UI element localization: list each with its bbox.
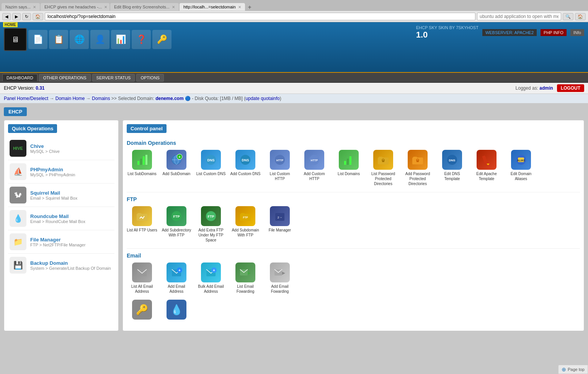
- list-custom-dns-icon: DNS: [201, 150, 221, 170]
- cp-icon-add-subdomain-ftp[interactable]: FTP Add Subdomain With FTP: [230, 206, 261, 243]
- cp-icon-add-email-fwd[interactable]: Add Email Fowarding: [265, 262, 295, 294]
- cp-icon-file-manager[interactable]: 2→ File Manager: [265, 206, 295, 243]
- search-input[interactable]: [477, 13, 561, 20]
- nav-icon-5[interactable]: 📊: [111, 30, 130, 49]
- cp-icon-edit-apache-template[interactable]: Edit Apache Template: [471, 150, 502, 186]
- svg-rect-2: [143, 156, 145, 165]
- cp-icon-list-custom-http[interactable]: HTTP List Custom HTTP: [265, 150, 295, 186]
- add-password-protected-label: Add Password Protected Directories: [402, 171, 433, 186]
- webserver-badge[interactable]: WEBSERVER: APACHE2: [482, 29, 537, 36]
- list-custom-http-icon: HTTP: [270, 150, 290, 170]
- add-extra-ftp-label: Add Extra FTP Under My FTP Space: [196, 228, 226, 243]
- squirrel-icon: 🐿: [10, 187, 26, 203]
- cp-icon-bottom-2[interactable]: 💧: [161, 300, 192, 321]
- roundcube-icon: 💧: [10, 210, 26, 227]
- tab-4[interactable]: http://localh...=selectdomain ✕: [180, 3, 245, 11]
- file-manager-label: File Manager: [269, 228, 291, 233]
- breadcrumb-domains[interactable]: Domains: [92, 96, 110, 101]
- cp-icon-list-subdomains[interactable]: List SubDomains: [127, 150, 157, 186]
- ehcp-version: 1.0: [416, 30, 428, 39]
- nav-icon-4[interactable]: 👤: [90, 30, 109, 49]
- tab-1-close[interactable]: ✕: [33, 5, 36, 9]
- chive-icon: HIVE: [10, 140, 26, 157]
- edit-apache-template-icon: [477, 150, 497, 170]
- home2-button[interactable]: 🏠: [575, 13, 586, 20]
- quick-ops-title: Quick Operations: [8, 124, 57, 133]
- cp-icon-bulk-add-email[interactable]: + Bulk Add Email Address: [196, 262, 226, 294]
- cp-icon-add-email[interactable]: + Add Email Address: [161, 262, 192, 294]
- home-button[interactable]: 🏠: [33, 13, 43, 20]
- tab-2-close[interactable]: ✕: [104, 5, 107, 9]
- nav-icon-6[interactable]: ❓: [132, 30, 151, 49]
- tab-1-label: Nazim says...: [5, 5, 31, 9]
- webserver-value: APACHE2: [514, 30, 534, 35]
- nav-server-status[interactable]: SERVER STATUS: [92, 74, 135, 82]
- quick-item-backup[interactable]: 💾 Backup Domain System > Generate/List B…: [8, 254, 114, 277]
- nav-options[interactable]: OPTIONS: [136, 74, 164, 82]
- forward-button[interactable]: ▶: [12, 13, 21, 20]
- cp-icon-add-custom-http[interactable]: HTTP Add Custom HTTP: [299, 150, 330, 186]
- cp-icon-add-password-protected[interactable]: Add Password Protected Directories: [402, 150, 433, 186]
- new-tab-button[interactable]: +: [246, 4, 254, 11]
- status-bar: EHCP Version: 0.31 Logged as: admin LOGO…: [0, 83, 588, 94]
- edit-domain-aliases-icon: ALIAS: [511, 150, 531, 170]
- login-area: Logged as: admin LOGOUT: [516, 84, 584, 92]
- svg-rect-3: [145, 155, 147, 165]
- tab-3[interactable]: Edit Blog entry Screenshots... ✕: [110, 3, 179, 11]
- logout-button[interactable]: LOGOUT: [557, 84, 584, 92]
- cp-icon-list-custom-dns[interactable]: DNS List Custom DNS: [196, 150, 226, 186]
- nav-icon-2[interactable]: 📋: [49, 30, 68, 49]
- quick-item-squirrel[interactable]: 🐿 Squirrel Mail Email > Squirrel Mail Bo…: [8, 184, 114, 207]
- cp-icon-edit-domain-aliases[interactable]: ALIAS Edit Domain Aliases: [506, 150, 536, 186]
- update-quotainfo-link[interactable]: update quotainfo: [245, 96, 279, 101]
- cp-icon-list-email-fwd[interactable]: List Email Fowarding: [230, 262, 261, 294]
- breadcrumb-panel-home[interactable]: Panel Home/Deselect: [4, 96, 48, 101]
- cp-icon-edit-dns-template[interactable]: DNS Edit DNS Template: [437, 150, 467, 186]
- back-button[interactable]: ◀: [2, 13, 11, 20]
- cp-icon-bottom-1[interactable]: 🔑: [127, 300, 157, 321]
- list-email-icon: [132, 262, 152, 282]
- browser-chrome: Nazim says... ✕ EHCP gives me headaches …: [0, 0, 588, 22]
- cp-icon-add-subdomain[interactable]: + Add SubDomain: [161, 150, 192, 186]
- dashboard-icon[interactable]: 🖥: [4, 28, 27, 51]
- quick-operations-panel: Quick Operations HIVE Chive MySQL > Chiv…: [4, 120, 119, 331]
- cp-icon-add-custom-dns[interactable]: DNS Add Custom DNS: [230, 150, 261, 186]
- cp-icon-list-domains[interactable]: List Domains: [333, 150, 364, 186]
- tab-1[interactable]: Nazim says... ✕: [2, 3, 40, 11]
- list-custom-http-label: List Custom HTTP: [265, 171, 295, 181]
- add-email-fwd-label: Add Email Fowarding: [265, 284, 295, 294]
- svg-text:DNS: DNS: [449, 159, 456, 162]
- cp-icon-add-subdir-ftp[interactable]: FTP Add Subdirectory With FTP: [161, 206, 192, 243]
- breadcrumb-domain[interactable]: deneme.com: [155, 96, 183, 101]
- tab-4-close[interactable]: ✕: [238, 5, 241, 9]
- cp-icon-list-email[interactable]: List All Email Address: [127, 262, 157, 294]
- cp-icon-list-ftp-users[interactable]: List All FTP Users: [127, 206, 157, 243]
- filemanager-info: File Manager FTP > Net2FTP/File Manager: [30, 237, 85, 247]
- svg-text:HTTP: HTTP: [311, 159, 318, 162]
- tab-3-close[interactable]: ✕: [172, 5, 175, 9]
- svg-marker-48: [282, 272, 285, 275]
- ftp-section-title: FTP: [127, 196, 580, 202]
- quick-item-phpmyadmin[interactable]: ⛵ PHPmyAdmin MySQL > PHPmyAdmin: [8, 160, 114, 184]
- list-email-fwd-label: List Email Fowarding: [230, 284, 261, 294]
- nav-icon-3[interactable]: 🌐: [70, 30, 89, 49]
- nav-icon-7[interactable]: 🔑: [152, 30, 172, 49]
- url-input[interactable]: [45, 13, 475, 20]
- reload-button[interactable]: ↻: [22, 13, 31, 20]
- webserver-label: WEBSERVER:: [485, 30, 513, 35]
- quick-item-roundcube[interactable]: 💧 Roundcube Mail Email > RoundCube Mail …: [8, 207, 114, 230]
- add-email-icon: +: [167, 262, 186, 282]
- cp-icon-add-extra-ftp[interactable]: FTP Add Extra FTP Under My FTP Space: [196, 206, 226, 243]
- info-badge[interactable]: INfo: [570, 29, 584, 36]
- quick-item-chive[interactable]: HIVE Chive MySQL > Chive: [8, 137, 114, 160]
- nav-other-ops[interactable]: OTHER OPERATIONS: [39, 74, 91, 82]
- tab-2[interactable]: EHCP gives me headaches -... ✕: [41, 3, 109, 11]
- search-button[interactable]: 🔍: [563, 13, 573, 20]
- quick-item-filemanager[interactable]: 📁 File Manager FTP > Net2FTP/File Manage…: [8, 230, 114, 254]
- nav-icon-1[interactable]: 📄: [28, 30, 47, 49]
- version-area: EHCP Version: 0.31: [4, 85, 45, 91]
- cp-icon-list-password-protected[interactable]: List Password Protected Directories: [368, 150, 399, 186]
- php-badge[interactable]: PHP INFO: [541, 29, 567, 36]
- breadcrumb-domain-home[interactable]: Domain Home: [56, 96, 85, 101]
- nav-dashboard[interactable]: DASHBOARD: [2, 74, 38, 81]
